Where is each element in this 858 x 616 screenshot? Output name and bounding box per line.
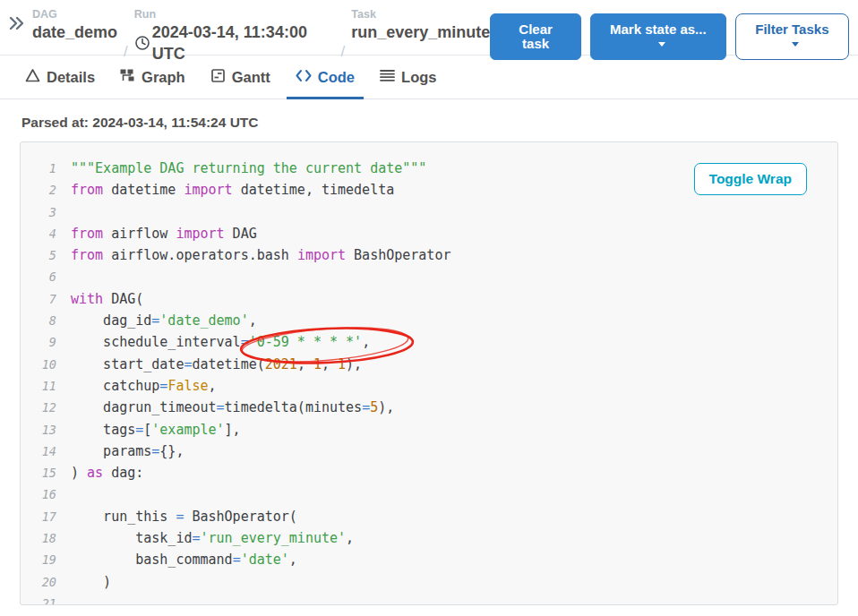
caret-down-icon xyxy=(792,42,799,47)
line-number: 17 xyxy=(21,506,56,527)
line-number: 21 xyxy=(21,593,56,605)
code-icon xyxy=(296,69,312,86)
code-lines: 1"""Example DAG returning the current da… xyxy=(21,142,837,605)
gantt-icon xyxy=(210,68,226,87)
parsed-at-text: Parsed at: 2024-03-14, 11:54:24 UTC xyxy=(0,99,858,141)
line-number: 3 xyxy=(21,201,56,223)
line-number: 9 xyxy=(21,331,56,353)
logs-icon xyxy=(380,69,395,86)
line-number: 13 xyxy=(21,419,56,441)
breadcrumb-dag: DAG date_demo xyxy=(32,8,117,43)
code-line: 9 schedule_interval='0-59 * * * *', xyxy=(21,331,837,353)
code-line: 16 xyxy=(21,483,837,505)
mark-state-as-button[interactable]: Mark state as... xyxy=(590,13,726,60)
breadcrumb-dag-label: DAG xyxy=(32,8,117,21)
code-line: 5from airflow.operators.bash import Bash… xyxy=(21,244,837,266)
tab-graph[interactable]: Graph xyxy=(111,56,194,99)
line-number: 14 xyxy=(21,441,56,462)
line-number: 20 xyxy=(21,571,56,593)
line-number: 15 xyxy=(21,462,56,483)
code-line: 4from airflow import DAG xyxy=(21,223,837,244)
code-line: 8 dag_id='date_demo', xyxy=(21,310,837,331)
code-line: 12 dagrun_timeout=timedelta(minutes=5), xyxy=(21,397,837,418)
tab-details[interactable]: Details xyxy=(16,56,104,99)
graph-icon xyxy=(120,68,135,87)
code-line: 6 xyxy=(21,266,837,287)
tab-logs[interactable]: Logs xyxy=(371,56,445,99)
airflow-task-instance-page: DAG date_demo / Run 2024-03-14, 11:34:00… xyxy=(0,0,858,616)
code-line: 17 run_this = BashOperator( xyxy=(21,506,837,527)
line-number: 19 xyxy=(21,549,56,570)
line-number: 11 xyxy=(21,375,56,397)
clock-icon xyxy=(134,35,150,51)
code-line: 14 params={}, xyxy=(21,441,837,462)
breadcrumb-run-label: Run xyxy=(134,8,335,21)
code-view: 1"""Example DAG returning the current da… xyxy=(20,141,838,605)
code-line: 18 task_id='run_every_minute', xyxy=(21,527,837,549)
clear-task-button[interactable]: Clear task xyxy=(490,13,581,60)
line-number: 16 xyxy=(21,483,56,505)
line-number: 6 xyxy=(21,266,56,287)
line-number: 7 xyxy=(21,288,56,310)
line-number: 8 xyxy=(21,310,56,331)
breadcrumb-task: Task run_every_minute xyxy=(351,8,490,43)
code-line: 3 xyxy=(21,201,837,223)
double-chevron-right-icon[interactable] xyxy=(7,14,25,32)
breadcrumb-task-value: run_every_minute xyxy=(351,21,490,43)
code-line: 10 start_date=datetime(2021, 1, 1), xyxy=(21,354,837,375)
line-number: 12 xyxy=(21,397,56,418)
filter-tasks-button[interactable]: Filter Tasks xyxy=(735,13,849,60)
toggle-wrap-button[interactable]: Toggle Wrap xyxy=(694,163,807,195)
code-line: 11 catchup=False, xyxy=(21,375,837,397)
warning-triangle-icon xyxy=(25,68,40,87)
code-line: 7with DAG( xyxy=(21,288,837,310)
line-number: 2 xyxy=(21,179,56,201)
code-line: 20 ) xyxy=(21,571,837,593)
line-number: 1 xyxy=(21,158,56,179)
header-actions: Clear task Mark state as... Filter Tasks xyxy=(490,8,849,60)
breadcrumb-task-label: Task xyxy=(351,8,490,21)
line-number: 4 xyxy=(21,223,56,244)
line-number: 5 xyxy=(21,244,56,266)
code-line: 19 bash_command='date', xyxy=(21,549,837,570)
header: DAG date_demo / Run 2024-03-14, 11:34:00… xyxy=(0,0,858,56)
code-line: 21 xyxy=(21,593,837,605)
tab-bar: Details Graph Gantt xyxy=(0,56,858,99)
line-number: 10 xyxy=(21,354,56,375)
tab-code[interactable]: Code xyxy=(287,56,364,99)
caret-down-icon xyxy=(658,42,665,47)
breadcrumb-dag-value: date_demo xyxy=(32,21,117,43)
line-number: 18 xyxy=(21,527,56,549)
code-line: 15) as dag: xyxy=(21,462,837,483)
tab-gantt[interactable]: Gantt xyxy=(202,56,279,99)
code-line: 13 tags=['example'], xyxy=(21,419,837,441)
